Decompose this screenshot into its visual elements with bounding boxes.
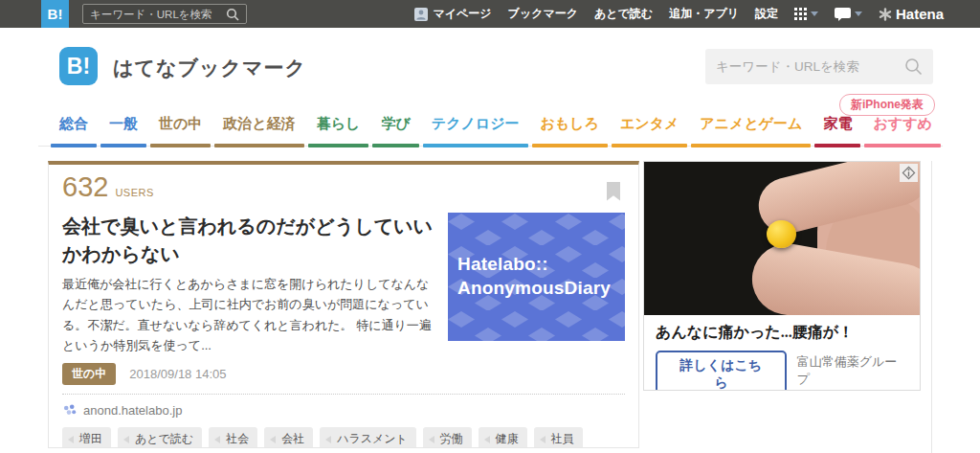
category-tab-label: アニメとゲーム [700, 115, 802, 131]
adchoices-icon[interactable] [900, 164, 918, 186]
category-tab-underline [532, 144, 608, 147]
category-tab-underline [691, 144, 811, 147]
category-tab[interactable]: おすすめ [864, 115, 940, 146]
category-tab-underline [308, 144, 369, 147]
category-tab-label: 家電 [823, 115, 852, 131]
category-tab-row: 総合 一般 世の中 政治と経済 [38, 97, 943, 146]
category-tab-underline [612, 144, 687, 147]
users-row: 632 USERS [62, 172, 625, 201]
entry-date: 2018/09/18 14:05 [129, 367, 226, 381]
entry-tags-row: 増田 あとで読む 社会 会社 ハラスメント 労働 健康 社員 power har… [62, 427, 625, 448]
entry-tag[interactable]: 労働 [423, 427, 472, 448]
category-tab-underline [150, 144, 211, 147]
ad-image[interactable] [644, 162, 920, 315]
hatena-brand-link[interactable]: Hatena [879, 6, 944, 22]
category-tab[interactable]: エンタメ [612, 115, 687, 146]
category-tab[interactable]: 一般 [100, 115, 146, 146]
entry-excerpt: 最近俺が会社に行くとあからさまに窓を開けられたりしてなんなんだと思っていたら、上… [62, 274, 435, 355]
category-tab[interactable]: アニメとゲーム [691, 115, 811, 146]
ad-body: あんなに痛かった...腰痛が！ 詳しくはこちら 富山常備薬グループ [644, 315, 920, 391]
entry-category-badge[interactable]: 世の中 [62, 363, 116, 385]
entry-tag[interactable]: 社会 [209, 427, 257, 448]
notifications-menu-button[interactable] [835, 8, 862, 21]
category-tab[interactable]: 暮らし [308, 115, 369, 146]
user-avatar-icon [414, 8, 428, 21]
category-tab[interactable]: 政治と経済 [214, 115, 303, 146]
category-tab-underline [372, 144, 418, 147]
site-header: B! はてなブックマーク [0, 28, 980, 97]
category-tab[interactable]: 総合 [51, 115, 97, 146]
bookmark-icon [606, 182, 621, 201]
global-topbar: B! マイページ ブックマーク あとで読む 追加・アプリ 設定 [0, 0, 980, 28]
thumbnail-caption-line2: AnonymousDiary [457, 277, 611, 301]
entry-tag[interactable]: 健康 [479, 427, 527, 448]
ad-advertiser: 富山常備薬グループ [797, 353, 908, 388]
category-tab[interactable]: 世の中 [150, 115, 211, 146]
topbar-item-bookmarks[interactable]: ブックマーク [508, 6, 578, 22]
entry-card: 632 USERS 会社で臭いと言われるのだがどうしていいかわからない 最近俺が… [48, 161, 639, 448]
users-count[interactable]: 632 [62, 172, 108, 201]
speech-bubble-icon [835, 8, 851, 21]
category-tab-label: 学び [381, 115, 410, 131]
bookmark-save-button[interactable] [606, 182, 621, 205]
category-tab-underline [814, 144, 860, 147]
topbar-search-input[interactable] [90, 9, 226, 20]
grid-icon [794, 8, 807, 20]
chevron-down-icon [811, 11, 818, 16]
thumbnail-caption-line1: Hatelabo:: [457, 253, 611, 277]
service-title[interactable]: はてなブックマーク [113, 55, 306, 81]
users-label: USERS [115, 187, 153, 198]
hatena-brand-label: Hatena [896, 6, 944, 22]
topbar-item-settings[interactable]: 設定 [755, 6, 778, 22]
entry-domain-link[interactable]: anond.hatelabo.jp [62, 403, 625, 418]
entry-text-column: 会社で臭いと言われるのだがどうしていいかわからない 最近俺が会社に行くとあからさ… [62, 213, 435, 355]
sidebar-divider [931, 161, 932, 453]
category-tab[interactable]: 学び [372, 115, 418, 146]
ad-cta-button[interactable]: 詳しくはこちら [656, 351, 787, 391]
category-tab-label: 世の中 [159, 115, 202, 131]
category-tab[interactable]: 家電 [814, 115, 860, 146]
category-tab[interactable]: おもしろ [532, 115, 608, 146]
dotted-divider [62, 394, 625, 395]
category-tab-label: 一般 [109, 115, 138, 131]
category-tab-label: 暮らし [317, 115, 361, 131]
entry-meta-row: 世の中 2018/09/18 14:05 [62, 363, 625, 385]
entry-domain-label: anond.hatelabo.jp [83, 403, 182, 418]
ad-cta-row: 詳しくはこちら 富山常備薬グループ [656, 351, 908, 391]
ad-card: あんなに痛かった...腰痛が！ 詳しくはこちら 富山常備薬グループ [643, 161, 921, 391]
search-icon[interactable] [904, 57, 923, 76]
service-logo[interactable]: B! [59, 47, 98, 85]
category-tab-underline [51, 144, 97, 147]
topbar-item-mypage[interactable]: マイページ [414, 6, 491, 22]
category-nav: 総合 一般 世の中 政治と経済 [38, 97, 943, 147]
entry-tag[interactable]: あとで読む [118, 427, 202, 448]
search-icon[interactable] [226, 8, 239, 21]
entry-tag[interactable]: 会社 [264, 427, 313, 448]
chevron-down-icon [855, 11, 862, 16]
topbar-search-box [82, 4, 247, 24]
topbar-menu: マイページ ブックマーク あとで読む 追加・アプリ 設定 Hatena [414, 6, 944, 22]
category-tab-label: おすすめ [873, 115, 931, 131]
category-tab-label: 政治と経済 [223, 115, 295, 131]
entry-tag[interactable]: 増田 [62, 427, 111, 448]
hatena-bookmark-b-logo[interactable]: B! [41, 0, 69, 28]
topbar-item-add-apps[interactable]: 追加・アプリ [669, 6, 739, 22]
entry-thumbnail[interactable]: Hatelabo:: AnonymousDiary [448, 213, 625, 341]
ad-headline[interactable]: あんなに痛かった...腰痛が！ [656, 323, 908, 343]
category-tab-underline [214, 144, 303, 147]
hatena-star-icon [879, 8, 892, 21]
category-tab-label: 総合 [59, 115, 88, 131]
entry-tag[interactable]: 社員 [534, 427, 583, 448]
topbar-item-read-later[interactable]: あとで読む [594, 6, 653, 22]
header-search-input[interactable] [716, 59, 904, 74]
category-tab-label: エンタメ [620, 115, 679, 131]
entry-tag[interactable]: ハラスメント [320, 427, 416, 448]
new-iphone-badge[interactable]: 新iPhone発表 [839, 94, 935, 116]
header-search-box [705, 49, 933, 84]
entry-title-link[interactable]: 会社で臭いと言われるのだがどうしていいかわからない [62, 213, 435, 268]
category-tab[interactable]: テクノロジー [423, 115, 528, 146]
yellow-pill [767, 220, 796, 248]
category-tab-underline [864, 144, 940, 147]
category-tab-label: テクノロジー [432, 115, 520, 131]
apps-grid-menu-button[interactable] [794, 8, 818, 20]
